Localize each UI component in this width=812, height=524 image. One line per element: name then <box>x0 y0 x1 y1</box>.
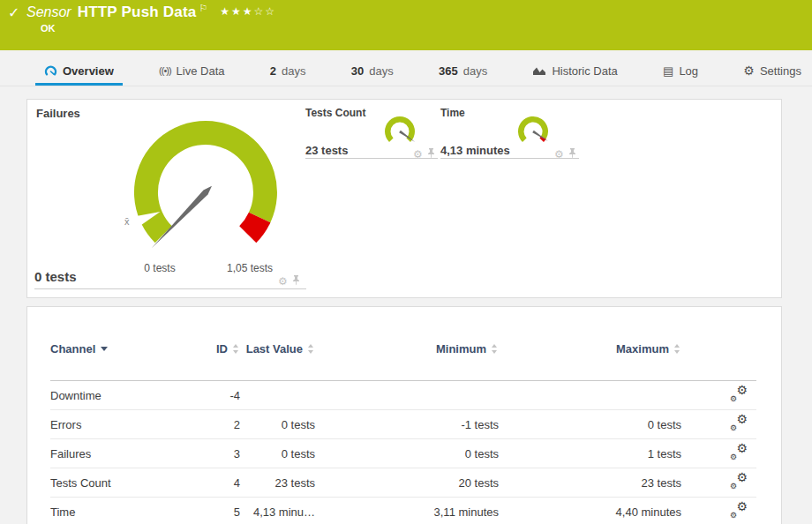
gauges-panel: Failures x̄ 0 tests 1,05 tests 0 tests ⚙… <box>26 99 782 298</box>
channels-panel: Channel ID Last Value Minimum Maximum Do… <box>26 306 782 524</box>
tab-settings[interactable]: ⚙ Settings <box>734 58 810 86</box>
channel-id: 2 <box>183 410 240 439</box>
priority-rating[interactable]: ★★★☆☆ <box>220 5 276 18</box>
flag-icon[interactable]: ⚐ <box>199 3 207 14</box>
channel-minimum: 3,11 minutes <box>315 498 499 524</box>
stars-filled: ★★★ <box>220 5 253 18</box>
failures-scale-min: 0 tests <box>124 262 195 274</box>
channel-minimum: -1 tests <box>315 410 499 439</box>
sorted-descending-icon <box>101 347 108 351</box>
column-header-id-label: ID <box>216 342 228 356</box>
column-header-minimum[interactable]: Minimum <box>315 330 499 381</box>
column-header-last-value-label: Last Value <box>246 342 303 356</box>
channel-maximum <box>499 381 681 410</box>
channel-name[interactable]: Errors <box>50 410 183 439</box>
tab-log-label: Log <box>679 64 698 78</box>
sensor-tab-bar: Overview ((•)) Live Data 2 days 30 days … <box>0 58 812 86</box>
channel-id: 5 <box>183 498 240 524</box>
stars-empty: ☆☆ <box>254 5 277 18</box>
channel-name[interactable]: Tests Count <box>50 468 183 498</box>
prtg-sensor-page: ✓ Sensor HTTP Push Data ⚐ ★★★☆☆ OK Overv… <box>0 0 812 524</box>
channel-name[interactable]: Time <box>50 498 183 524</box>
log-list-icon: ▤ <box>663 65 673 77</box>
table-row: Tests Count 4 23 tests 20 tests 23 tests… <box>50 468 756 498</box>
average-marker-label: x̄ <box>124 216 130 227</box>
gauge-pin-icon[interactable] <box>427 146 435 162</box>
tab-2-days[interactable]: 2 days <box>261 58 315 86</box>
tab-30-days-number: 30 <box>351 64 364 78</box>
tab-overview[interactable]: Overview <box>35 58 123 86</box>
column-header-actions <box>681 330 756 381</box>
tests-count-divider <box>305 158 438 159</box>
channel-minimum <box>315 381 499 410</box>
column-header-last-value[interactable]: Last Value <box>240 330 315 381</box>
channel-last-value: 23 tests <box>240 468 315 498</box>
tab-historic-data[interactable]: Historic Data <box>523 58 626 86</box>
failures-divider <box>34 288 306 289</box>
object-kind-label: Sensor <box>26 4 71 20</box>
table-row: Time 5 4,13 minu… 3,11 minutes 4,40 minu… <box>50 498 756 524</box>
live-data-icon: ((•)) <box>159 65 171 76</box>
table-row: Errors 2 0 tests -1 tests 0 tests ⚙⚙ <box>50 410 756 439</box>
tab-30-days[interactable]: 30 days <box>342 58 402 86</box>
channel-settings-gears-icon[interactable]: ⚙⚙ <box>730 503 748 519</box>
tab-365-days-unit: days <box>463 64 487 78</box>
channel-maximum: 4,40 minutes <box>499 498 681 524</box>
channel-id: -4 <box>183 381 240 410</box>
sort-icon <box>491 344 499 354</box>
tab-live-data[interactable]: ((•)) Live Data <box>150 58 233 86</box>
column-header-channel[interactable]: Channel <box>50 330 183 381</box>
status-check-icon: ✓ <box>8 4 19 21</box>
tab-30-days-unit: days <box>369 64 393 78</box>
tab-2-days-number: 2 <box>270 64 276 78</box>
tab-log[interactable]: ▤ Log <box>654 58 707 86</box>
historic-chart-icon <box>532 65 546 76</box>
channel-maximum: 1 tests <box>499 439 681 468</box>
column-header-id[interactable]: ID <box>183 330 240 381</box>
failures-gauge-title: Failures <box>36 107 80 120</box>
gauge-pin-icon[interactable] <box>292 273 300 289</box>
column-header-maximum-label: Maximum <box>616 342 669 356</box>
gauge-gear-icon[interactable]: ⚙ <box>278 276 288 287</box>
sort-icon <box>673 344 681 354</box>
status-badge: OK <box>41 23 56 34</box>
time-current-value: 4,13 minutes <box>440 144 510 157</box>
title-block: Sensor HTTP Push Data ⚐ ★★★☆☆ OK <box>26 4 276 34</box>
channel-settings-gears-icon[interactable]: ⚙⚙ <box>730 415 748 431</box>
time-divider <box>440 158 579 159</box>
channel-id: 3 <box>183 439 240 468</box>
channel-maximum: 0 tests <box>499 410 681 439</box>
channels-table: Channel ID Last Value Minimum Maximum Do… <box>50 330 756 524</box>
sort-icon <box>307 344 315 354</box>
channel-settings-gears-icon[interactable]: ⚙⚙ <box>730 474 748 490</box>
channel-settings-gears-icon[interactable]: ⚙⚙ <box>730 386 748 402</box>
table-row: Downtime -4 ⚙⚙ <box>50 381 756 410</box>
gauge-pin-icon[interactable] <box>568 146 576 162</box>
page-title: HTTP Push Data <box>78 4 197 21</box>
time-gauge-title: Time <box>440 107 465 119</box>
channel-settings-gears-icon[interactable]: ⚙⚙ <box>730 445 748 460</box>
channel-id: 4 <box>183 468 240 498</box>
failures-gauge[interactable]: x̄ <box>117 104 303 258</box>
overview-gauge-icon <box>44 64 57 77</box>
column-header-channel-label: Channel <box>50 342 95 356</box>
tests-count-current-value: 23 tests <box>305 144 348 157</box>
tab-365-days[interactable]: 365 days <box>430 58 496 86</box>
tab-2-days-unit: days <box>282 64 305 78</box>
tab-overview-label: Overview <box>63 64 114 78</box>
channel-name[interactable]: Failures <box>50 439 183 468</box>
channel-minimum: 20 tests <box>315 468 499 498</box>
column-header-minimum-label: Minimum <box>436 342 486 356</box>
channel-last-value: 0 tests <box>240 439 315 468</box>
column-header-maximum[interactable]: Maximum <box>499 330 681 381</box>
table-row: Failures 3 0 tests 0 tests 1 tests ⚙⚙ <box>50 439 756 468</box>
time-gauge[interactable] <box>511 112 555 153</box>
channel-maximum: 23 tests <box>499 468 681 498</box>
channel-minimum: 0 tests <box>315 439 499 468</box>
channel-last-value: 4,13 minu… <box>240 498 315 524</box>
failures-current-value: 0 tests <box>34 269 77 284</box>
tab-historic-data-label: Historic Data <box>552 64 617 78</box>
channel-name[interactable]: Downtime <box>50 381 183 410</box>
channel-last-value: 0 tests <box>240 410 315 439</box>
tests-count-gauge-title: Tests Count <box>305 107 365 119</box>
